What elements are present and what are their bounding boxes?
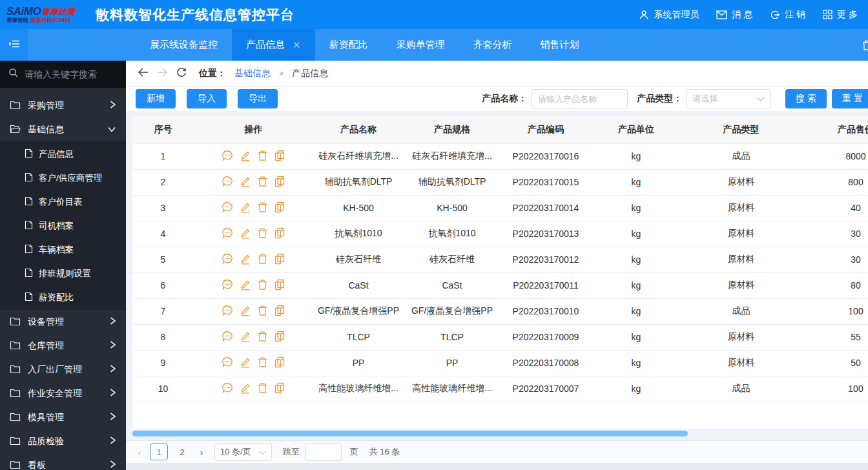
edit-icon[interactable] [240, 356, 251, 368]
document-icon [25, 292, 33, 303]
sidebar-menu-group[interactable]: 品质检验 [0, 429, 126, 453]
copy-icon[interactable] [274, 305, 285, 316]
delete-icon[interactable] [257, 331, 268, 342]
edit-icon[interactable] [240, 227, 251, 239]
copy-icon[interactable] [274, 150, 285, 161]
tab[interactable]: 薪资配比 [315, 29, 382, 61]
sidebar-menu-item[interactable]: 司机档案 [0, 214, 126, 238]
sidebar-menu-item[interactable]: 排班规则设置 [0, 261, 126, 285]
forward-icon[interactable] [157, 68, 168, 79]
next-page-icon[interactable]: › [197, 447, 206, 458]
main-content: 位置： 基础信息 > 产品信息 新增 导入 导出 产品名称： 产品类型： 请选择 [126, 61, 868, 470]
delete-icon[interactable] [257, 150, 268, 161]
delete-icon[interactable] [257, 305, 268, 316]
copy-icon[interactable] [274, 176, 285, 187]
delete-icon[interactable] [257, 227, 268, 239]
prev-page-icon[interactable]: ‹ [135, 447, 144, 458]
copy-icon[interactable] [274, 227, 285, 239]
sidebar-menu-item[interactable]: 客户价目表 [0, 190, 126, 214]
comment-icon[interactable] [222, 305, 234, 316]
copy-icon[interactable] [274, 331, 285, 342]
user-menu[interactable]: 系统管理员 [639, 9, 699, 21]
edit-icon[interactable] [240, 253, 251, 265]
sidebar-menu-group[interactable]: 模具管理 [0, 405, 126, 429]
table-row: 5 硅灰石纤维 硅灰石纤维 P202203170012 kg 原材料 30 [132, 247, 868, 272]
cell-product-type: 原材料 [681, 195, 801, 221]
comment-icon[interactable] [222, 176, 234, 187]
comment-icon[interactable] [222, 279, 234, 291]
copy-icon[interactable] [274, 382, 285, 394]
copy-icon[interactable] [274, 253, 285, 265]
tab[interactable]: 齐套分析 [459, 29, 526, 61]
comment-icon[interactable] [222, 382, 234, 394]
cell-actions [194, 195, 313, 221]
messages-button[interactable]: 消 息 [716, 9, 752, 21]
product-name-input[interactable] [531, 89, 628, 108]
copy-icon[interactable] [274, 356, 285, 368]
breadcrumb-parent-link[interactable]: 基础信息 [234, 68, 271, 79]
comment-icon[interactable] [222, 331, 234, 342]
delete-icon[interactable] [257, 356, 268, 368]
sidebar-collapse-button[interactable] [0, 29, 28, 61]
reset-button[interactable]: 重 置 [832, 89, 868, 108]
sidebar-menu-group[interactable]: 采购管理 [0, 94, 126, 118]
add-button[interactable]: 新增 [136, 89, 176, 108]
page-number-1[interactable]: 1 [150, 444, 168, 460]
cell-product-name: GF/液晶复合增强PP [313, 298, 404, 324]
edit-icon[interactable] [240, 331, 251, 342]
delete-icon[interactable] [257, 279, 268, 291]
page-number-2[interactable]: 2 [173, 444, 191, 460]
comment-icon[interactable] [222, 201, 234, 213]
edit-icon[interactable] [240, 305, 251, 316]
sidebar-search-input[interactable] [25, 69, 118, 79]
edit-icon[interactable] [240, 150, 251, 161]
table-row: 10 高性能玻璃纤维增... 高性能玻璃纤维增... P202203170007… [132, 376, 868, 402]
copy-icon[interactable] [274, 201, 285, 213]
sidebar-menu-group[interactable]: 作业安全管理 [0, 382, 126, 405]
sidebar-menu-group[interactable]: 看板 [0, 453, 126, 470]
refresh-icon[interactable] [176, 67, 187, 79]
tab[interactable]: 展示线设备监控 [136, 29, 232, 61]
sidebar-menu-item[interactable]: 产品信息 [0, 142, 126, 166]
edit-icon[interactable] [240, 176, 251, 187]
product-type-select[interactable]: 请选择 [686, 89, 771, 108]
sidebar-search [0, 61, 126, 88]
sidebar-menu-group[interactable]: 仓库管理 [0, 334, 126, 358]
search-button[interactable]: 搜 索 [785, 89, 827, 108]
copy-icon[interactable] [274, 279, 285, 291]
delete-icon[interactable] [257, 253, 268, 265]
edit-icon[interactable] [240, 382, 251, 394]
scrollbar-thumb[interactable] [132, 431, 688, 436]
sidebar-menu-group[interactable]: 基础信息 [0, 118, 126, 141]
sidebar-menu-group[interactable]: 设备管理 [0, 310, 126, 334]
jump-page-input[interactable] [305, 443, 342, 461]
tab[interactable]: 采购单管理 [382, 29, 459, 61]
page-numbers: 12 [150, 444, 191, 460]
export-button[interactable]: 导出 [238, 89, 278, 108]
sidebar-menu-item[interactable]: 客户/供应商管理 [0, 166, 126, 190]
tab[interactable]: 产品信息 ✕ [232, 29, 315, 61]
cell-product-type: 成品 [681, 143, 801, 169]
close-all-tabs-icon[interactable] [862, 39, 868, 54]
body-layout: 采购管理 基础信息 产品信息 客户/供应商管理 客户价目表 司机档案 车辆档案 … [0, 61, 868, 470]
sidebar-menu-item[interactable]: 车辆档案 [0, 238, 126, 261]
tab[interactable]: 销售计划 [526, 29, 594, 61]
comment-icon[interactable] [222, 356, 234, 368]
comment-icon[interactable] [222, 150, 234, 161]
edit-icon[interactable] [240, 279, 251, 291]
comment-icon[interactable] [222, 227, 234, 239]
tab-close-icon[interactable]: ✕ [293, 39, 301, 51]
comment-icon[interactable] [222, 253, 234, 265]
delete-icon[interactable] [257, 176, 268, 187]
cell-product-unit: kg [591, 195, 681, 221]
page-size-select[interactable]: 10 条/页 [214, 443, 272, 461]
delete-icon[interactable] [257, 201, 268, 213]
back-icon[interactable] [138, 68, 149, 79]
delete-icon[interactable] [257, 382, 268, 394]
edit-icon[interactable] [240, 201, 251, 213]
sidebar-menu-item[interactable]: 薪资配比 [0, 285, 126, 309]
more-button[interactable]: 更 多 [823, 9, 858, 21]
import-button[interactable]: 导入 [187, 89, 227, 108]
sidebar-menu-group[interactable]: 入厂出厂管理 [0, 358, 126, 382]
logout-button[interactable]: 注 销 [770, 9, 805, 21]
